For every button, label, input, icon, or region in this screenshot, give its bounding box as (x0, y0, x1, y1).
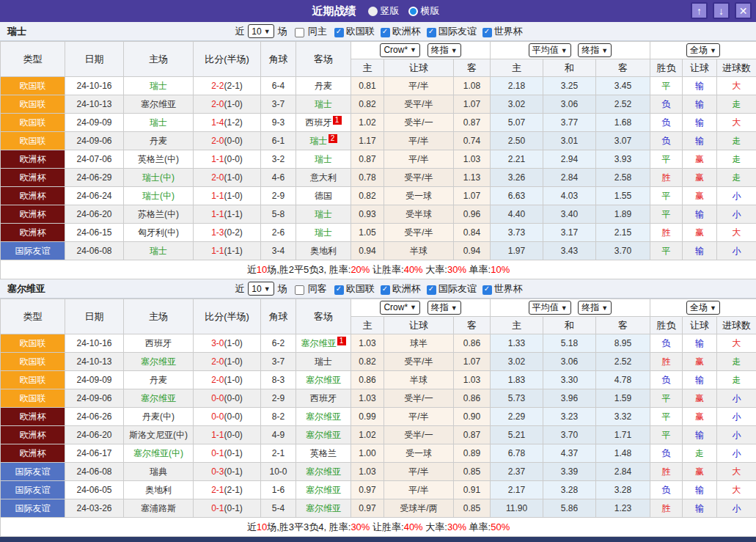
odds-stage-select[interactable]: 终指▼ (427, 301, 461, 315)
result-goals: 走 (717, 132, 756, 150)
result-handicap: 输 (683, 242, 717, 260)
result-handicap: 赢 (683, 169, 717, 187)
result-goals: 大 (717, 224, 756, 242)
scope-select[interactable]: 全场▼ (686, 43, 720, 57)
scroll-down-button[interactable]: ↓ (713, 2, 730, 19)
radio-horizontal-layout[interactable]: 横版 (408, 4, 440, 18)
subcol-avg-draw: 和 (543, 317, 596, 334)
recent-count-select[interactable]: 10▼ (248, 24, 274, 38)
team-name: 丹麦(中) (142, 411, 175, 422)
odds-company-select[interactable]: Crow*▼ (380, 43, 420, 57)
same-venue-checkbox[interactable] (295, 285, 304, 295)
odds-handicap: 受半球 (384, 205, 454, 224)
match-date: 24-06-08 (65, 463, 124, 481)
team-name: 瑞士 (150, 117, 167, 128)
result-outcome: 平 (650, 77, 683, 95)
match-score: 1-1(1-0) (194, 187, 261, 205)
avg-away: 3.93 (596, 150, 650, 169)
average-stage-select[interactable]: 终指▼ (578, 301, 612, 315)
match-score: 1-1(0-0) (194, 150, 261, 169)
league-checkbox-worldcup[interactable] (482, 28, 492, 37)
corner-score: 2-9 (261, 187, 296, 205)
odds-home: 1.17 (351, 132, 384, 150)
result-outcome: 负 (650, 95, 683, 114)
subcol-avg-draw: 和 (543, 59, 596, 77)
summary-text: 让胜率: (370, 264, 403, 275)
team-name: 瑞士 (150, 246, 167, 256)
full-time-score: 2-2 (211, 81, 224, 91)
same-venue-checkbox[interactable] (295, 28, 304, 37)
summary-stat-value: 10 (257, 521, 267, 532)
result-outcome: 胜 (650, 169, 683, 187)
league-checkbox-nations[interactable] (334, 285, 344, 295)
home-team: 英格兰(中) (124, 150, 194, 169)
summary-text: 大率: (423, 521, 447, 532)
odds-away: 0.87 (454, 114, 491, 132)
full-time-score: 1-1 (211, 191, 224, 201)
team-name: 塞尔维亚 (306, 503, 341, 513)
avg-away: 2.15 (596, 224, 650, 242)
odds-away: 1.07 (454, 187, 491, 205)
subcol-odds-handicap: 让球 (384, 317, 454, 334)
away-team: 意大利 (296, 169, 351, 187)
league-checkbox-friendly[interactable] (427, 285, 436, 295)
match-score: 0-1(0-1) (194, 499, 261, 518)
radio-vertical-layout[interactable]: 竖版 (368, 4, 400, 18)
recent-count-select[interactable]: 10▼ (248, 282, 274, 296)
odds-company-select[interactable]: Crow*▼ (380, 301, 420, 315)
col-score: 比分(半场) (194, 42, 261, 77)
average-select[interactable]: 平均值▼ (529, 43, 571, 57)
chevron-down-icon: ▼ (601, 304, 608, 312)
team-name: 瑞士(中) (142, 191, 175, 201)
scope-select[interactable]: 全场▼ (686, 301, 720, 315)
filters-serbia: 近 10▼ 场 同客 欧国联 欧洲杯 国际友谊 世界杯 (0, 282, 756, 296)
avg-draw: 3.43 (543, 242, 596, 260)
arrow-up-icon: ↑ (697, 6, 702, 16)
team-badge: 1 (333, 116, 342, 125)
league-checkbox-nations[interactable] (334, 28, 344, 37)
summary-stat-value: 50% (491, 521, 510, 532)
match-type: 欧国联 (1, 132, 65, 150)
col-type: 类型 (1, 299, 65, 334)
match-row: 欧国联24-10-13塞尔维亚2-0(1-0)3-7瑞士0.82受平/半1.07… (1, 95, 756, 114)
odds-home: 0.97 (351, 481, 384, 499)
match-type: 欧国联 (1, 334, 65, 353)
odds-stage-select[interactable]: 终指▼ (427, 43, 461, 57)
average-stage-select[interactable]: 终指▼ (578, 43, 612, 57)
avg-home: 2.29 (491, 408, 543, 426)
scroll-up-button[interactable]: ↑ (691, 2, 708, 19)
half-time-score: (0-0) (224, 136, 243, 146)
home-team: 丹麦 (124, 132, 194, 150)
odds-away: 0.89 (454, 444, 491, 463)
result-handicap: 赢 (683, 150, 717, 169)
close-button[interactable]: ✕ (735, 2, 752, 19)
result-goals: 大 (717, 114, 756, 132)
league-checkbox-worldcup[interactable] (482, 285, 492, 295)
match-score: 2-1(2-1) (194, 481, 261, 499)
team-name: 瑞士(中) (142, 172, 175, 183)
odds-handicap: 球半 (384, 334, 454, 353)
avg-home: 6.78 (491, 444, 543, 463)
summary-stat-value: 10 (257, 264, 267, 275)
average-select[interactable]: 平均值▼ (529, 301, 571, 315)
away-team: 德国 (296, 187, 351, 205)
odds-handicap: 平/半 (384, 77, 454, 95)
matches-table-switzerland: 类型 日期 主场 比分(半场) 角球 客场 Crow*▼ 终指▼ 平均值▼ 终指… (0, 41, 756, 279)
match-date: 24-09-06 (65, 389, 124, 408)
home-team: 塞尔维亚 (124, 389, 194, 408)
match-row: 欧洲杯24-06-26丹麦(中)0-0(0-0)8-2塞尔维亚0.99平/半0.… (1, 408, 756, 426)
league-checkbox-euro[interactable] (381, 28, 390, 37)
odds-away: 0.86 (454, 334, 491, 353)
avg-draw: 3.01 (543, 132, 596, 150)
league-checkbox-friendly[interactable] (427, 28, 436, 37)
close-icon: ✕ (739, 6, 748, 16)
full-time-score: 1-3 (211, 227, 224, 238)
league-checkbox-euro[interactable] (381, 285, 390, 295)
odds-handicap: 平/半 (384, 150, 454, 169)
avg-away: 1.59 (596, 389, 650, 408)
odds-home: 0.82 (351, 187, 384, 205)
match-type: 欧洲杯 (1, 224, 65, 242)
full-time-score: 1-1 (211, 430, 224, 440)
team-name: 西班牙 (145, 338, 172, 348)
team-name: 匈牙利(中) (138, 227, 179, 238)
